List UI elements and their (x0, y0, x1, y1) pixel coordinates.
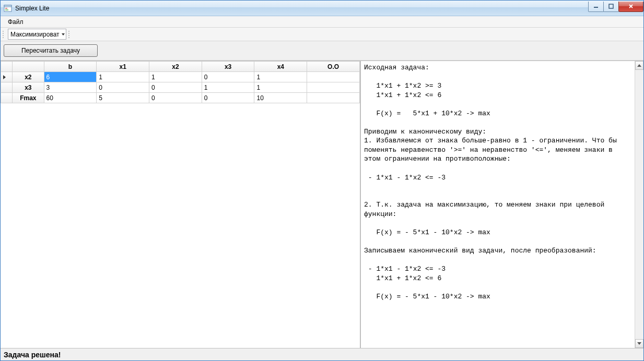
app-icon (4, 4, 12, 13)
column-header[interactable]: x2 (149, 62, 202, 72)
grid-cell[interactable]: 1 (254, 72, 307, 82)
row-header[interactable]: x2 (13, 72, 44, 82)
grid-cell[interactable] (307, 82, 360, 93)
recalculate-button[interactable]: Пересчитать задачу (4, 44, 98, 57)
chevron-down-icon (62, 33, 65, 35)
scroll-up-button[interactable] (635, 61, 643, 70)
grid-cell[interactable]: 3 (44, 82, 97, 93)
grid-cell[interactable]: 1 (97, 72, 149, 82)
window-title: Simplex Lite (15, 5, 49, 12)
table-row[interactable]: Fmax6050010 (1, 93, 360, 103)
scroll-track[interactable] (635, 70, 643, 339)
main-split: bx1x2x3x4О.О x261101x330011Fmax6050010 И… (1, 61, 643, 348)
titlebar[interactable]: Simplex Lite (1, 1, 643, 16)
objective-combo-value: Максимизироват (10, 31, 60, 38)
grid-cell[interactable]: 10 (254, 93, 307, 103)
arrow-down-icon (637, 342, 641, 345)
grid-cell[interactable]: 0 (149, 93, 202, 103)
main-window: Simplex Lite Файл Максимизироват Пересчи… (0, 0, 644, 361)
row-header[interactable]: x3 (13, 82, 44, 93)
row-indicator-cell (1, 82, 13, 93)
simplex-grid[interactable]: bx1x2x3x4О.О x261101x330011Fmax6050010 (1, 61, 360, 103)
row-indicator-cell (1, 93, 13, 103)
column-header[interactable]: О.О (307, 62, 360, 72)
menu-file[interactable]: Файл (4, 17, 28, 27)
grid-cell[interactable]: 0 (149, 82, 202, 93)
grid-cell[interactable]: 0 (202, 72, 254, 82)
buttonbar: Пересчитать задачу (1, 41, 643, 61)
grid-cell[interactable]: 1 (202, 82, 254, 93)
svg-rect-5 (609, 4, 613, 8)
svg-rect-3 (5, 9, 8, 10)
arrow-up-icon (637, 64, 641, 67)
column-header[interactable]: x4 (254, 62, 307, 72)
grid-cell[interactable]: 0 (202, 93, 254, 103)
minimize-button[interactable] (588, 2, 604, 12)
status-text: Задача решена! (4, 351, 61, 359)
menubar: Файл (1, 16, 643, 28)
objective-combo[interactable]: Максимизироват (8, 29, 66, 40)
titlebar-left: Simplex Lite (4, 4, 49, 13)
grid-cell[interactable]: 1 (149, 72, 202, 82)
statusbar: Задача решена! (1, 348, 643, 360)
grid-cell[interactable]: 0 (97, 82, 149, 93)
grid-cell[interactable]: 1 (254, 82, 307, 93)
toolbar-grip-end[interactable] (68, 30, 71, 39)
table-row[interactable]: x261101 (1, 72, 360, 82)
grid-cell[interactable] (307, 93, 360, 103)
svg-rect-4 (594, 7, 598, 8)
toolbar: Максимизироват (1, 28, 643, 41)
row-header[interactable]: Fmax (13, 93, 44, 103)
maximize-button[interactable] (603, 2, 619, 12)
column-header[interactable]: b (44, 62, 97, 72)
grid-corner (1, 62, 13, 72)
grid-cell[interactable] (307, 72, 360, 82)
vertical-scrollbar[interactable] (635, 61, 643, 348)
window-controls (589, 2, 643, 12)
table-row[interactable]: x330011 (1, 82, 360, 93)
grid-cell[interactable]: 6 (44, 72, 97, 82)
solution-text[interactable]: Исходная задача: 1*x1 + 1*x2 >= 3 1*x1 +… (361, 61, 635, 348)
column-header[interactable]: x3 (202, 62, 254, 72)
scroll-down-button[interactable] (635, 339, 643, 348)
row-header-column (13, 62, 44, 72)
current-row-icon (3, 75, 6, 79)
row-indicator-cell (1, 72, 13, 82)
svg-rect-1 (4, 5, 11, 7)
grid-cell[interactable]: 60 (44, 93, 97, 103)
close-button[interactable] (618, 2, 643, 12)
toolbar-grip[interactable] (3, 30, 5, 39)
column-header[interactable]: x1 (97, 62, 149, 72)
grid-cell[interactable]: 5 (97, 93, 149, 103)
svg-rect-2 (5, 8, 7, 9)
solution-pane: Исходная задача: 1*x1 + 1*x2 >= 3 1*x1 +… (361, 61, 643, 348)
grid-pane: bx1x2x3x4О.О x261101x330011Fmax6050010 (1, 61, 361, 348)
